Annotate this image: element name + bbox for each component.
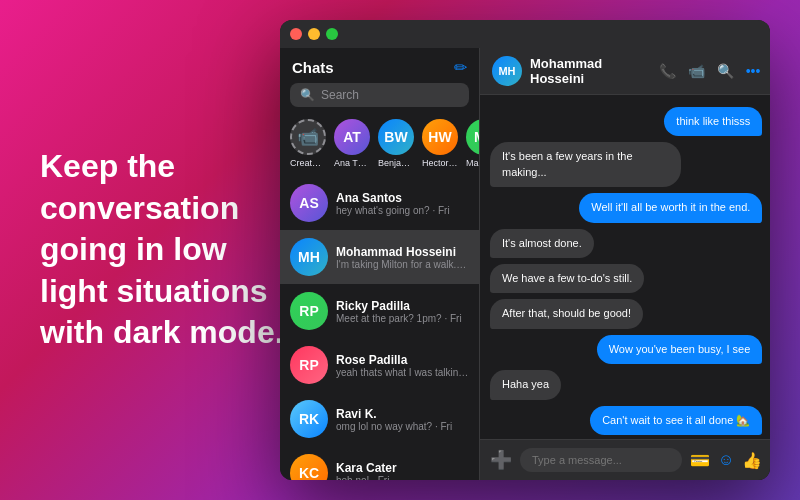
story-label-ana: Ana Thomas <box>334 158 370 168</box>
sidebar-title: Chats <box>292 59 334 76</box>
story-avatar-mari: MT <box>466 119 479 155</box>
chat-name-kara: Kara Cater <box>336 461 469 475</box>
left-panel: Keep the conversation going in low light… <box>40 146 300 354</box>
chat-header: MH Mohammad Hosseini 📞 📹 🔍 ••• <box>480 48 770 95</box>
chat-preview-rose: yeah thats what I was talking a... · Fri <box>336 367 469 378</box>
chat-avatar-ana-santos: AS <box>290 184 328 222</box>
search-chat-icon[interactable]: 🔍 <box>717 63 734 79</box>
add-icon[interactable]: ➕ <box>490 449 512 471</box>
payment-icon[interactable]: 💳 <box>690 451 710 470</box>
title-bar <box>280 20 770 48</box>
input-right-icons: 💳 ☺ 👍 <box>690 451 762 470</box>
create-room-label: Create Room <box>290 158 326 168</box>
sidebar-header: Chats ✏ <box>280 48 479 83</box>
message-1: think like thisss <box>664 107 762 136</box>
chat-preview-ana-santos: hey what's going on? · Fri <box>336 205 469 216</box>
chat-name-rose: Rose Padilla <box>336 353 469 367</box>
story-avatar-hector: HW <box>422 119 458 155</box>
chat-header-actions: 📞 📹 🔍 ••• <box>659 63 761 79</box>
chat-info-kara: Kara Cater heh no! · Fri <box>336 461 469 481</box>
chat-avatar-rose: RP <box>290 346 328 384</box>
chat-item-ana-santos[interactable]: AS Ana Santos hey what's going on? · Fri <box>280 176 479 230</box>
story-benjamin[interactable]: BW Benjamin Watson <box>378 119 414 168</box>
minimize-button[interactable] <box>308 28 320 40</box>
message-3: Well it'll all be worth it in the end. <box>579 193 762 222</box>
chat-name-ricky: Ricky Padilla <box>336 299 469 313</box>
hero-text: Keep the conversation going in low light… <box>40 146 300 354</box>
message-9: Can't wait to see it all done 🏡 <box>590 406 762 435</box>
message-5: We have a few to-do's still. <box>490 264 644 293</box>
chat-item-mohammad[interactable]: MH Mohammad Hosseini I'm taking Milton f… <box>280 230 479 284</box>
story-create-room[interactable]: 📹 Create Room <box>290 119 326 168</box>
video-call-icon[interactable]: 📹 <box>688 63 705 79</box>
like-icon[interactable]: 👍 <box>742 451 762 470</box>
message-7: Wow you've been busy, I see <box>597 335 763 364</box>
story-avatar-ana: AT <box>334 119 370 155</box>
chat-info-ricky: Ricky Padilla Meet at the park? 1pm? · F… <box>336 299 469 324</box>
search-placeholder: Search <box>321 88 359 102</box>
compose-icon[interactable]: ✏ <box>454 58 467 77</box>
message-2: It's been a few years in the making... <box>490 142 681 187</box>
message-6: After that, should be good! <box>490 299 643 328</box>
story-hector[interactable]: HW Hector Wilson <box>422 119 458 168</box>
contact-name: Mohammad Hosseini <box>530 56 651 86</box>
chat-preview-ravi: omg lol no way what? · Fri <box>336 421 469 432</box>
input-area: ➕ 💳 ☺ 👍 <box>480 439 770 480</box>
chat-preview-ricky: Meet at the park? 1pm? · Fri <box>336 313 469 324</box>
story-avatar-benjamin: BW <box>378 119 414 155</box>
chat-preview-mohammad: I'm taking Milton for a walk... · Fri <box>336 259 469 270</box>
maximize-button[interactable] <box>326 28 338 40</box>
story-mari[interactable]: MT Mari Torre <box>466 119 479 168</box>
messages-container: think like thisss It's been a few years … <box>480 95 770 439</box>
chat-preview-kara: heh no! · Fri <box>336 475 469 481</box>
chat-avatar-kara: KC <box>290 454 328 480</box>
story-ana[interactable]: AT Ana Thomas <box>334 119 370 168</box>
create-room-avatar: 📹 <box>290 119 326 155</box>
chat-item-ricky[interactable]: RP Ricky Padilla Meet at the park? 1pm? … <box>280 284 479 338</box>
chat-list: AS Ana Santos hey what's going on? · Fri… <box>280 176 479 480</box>
message-8: Haha yea <box>490 370 561 399</box>
app-window: Chats ✏ 🔍 Search 📹 Create Room AT Ana T <box>280 20 770 480</box>
chat-avatar-ricky: RP <box>290 292 328 330</box>
chat-name-ravi: Ravi K. <box>336 407 469 421</box>
story-label-hector: Hector Wilson <box>422 158 458 168</box>
emoji-icon[interactable]: ☺ <box>718 451 734 470</box>
chat-name-ana-santos: Ana Santos <box>336 191 469 205</box>
story-label-benjamin: Benjamin Watson <box>378 158 414 168</box>
chat-info-ana-santos: Ana Santos hey what's going on? · Fri <box>336 191 469 216</box>
chat-item-rose[interactable]: RP Rose Padilla yeah thats what I was ta… <box>280 338 479 392</box>
search-bar[interactable]: 🔍 Search <box>290 83 469 107</box>
chat-name-mohammad: Mohammad Hosseini <box>336 245 469 259</box>
chat-item-ravi[interactable]: RK Ravi K. omg lol no way what? · Fri <box>280 392 479 446</box>
message-4: It's almost done. <box>490 229 594 258</box>
chat-area: MH Mohammad Hosseini 📞 📹 🔍 ••• think lik… <box>480 48 770 480</box>
video-icon: 📹 <box>297 126 319 148</box>
contact-avatar: MH <box>492 56 522 86</box>
chat-info-ravi: Ravi K. omg lol no way what? · Fri <box>336 407 469 432</box>
chat-avatar-ravi: RK <box>290 400 328 438</box>
message-input[interactable] <box>520 448 682 472</box>
chat-info-mohammad: Mohammad Hosseini I'm taking Milton for … <box>336 245 469 270</box>
phone-icon[interactable]: 📞 <box>659 63 676 79</box>
more-options-icon[interactable]: ••• <box>746 63 761 79</box>
sidebar: Chats ✏ 🔍 Search 📹 Create Room AT Ana T <box>280 48 480 480</box>
stories-row: 📹 Create Room AT Ana Thomas BW Benjamin … <box>280 115 479 176</box>
search-icon: 🔍 <box>300 88 315 102</box>
chat-item-kara[interactable]: KC Kara Cater heh no! · Fri <box>280 446 479 480</box>
chat-avatar-mohammad: MH <box>290 238 328 276</box>
main-content: Chats ✏ 🔍 Search 📹 Create Room AT Ana T <box>280 48 770 480</box>
close-button[interactable] <box>290 28 302 40</box>
story-label-mari: Mari Torre <box>466 158 479 168</box>
chat-info-rose: Rose Padilla yeah thats what I was talki… <box>336 353 469 378</box>
